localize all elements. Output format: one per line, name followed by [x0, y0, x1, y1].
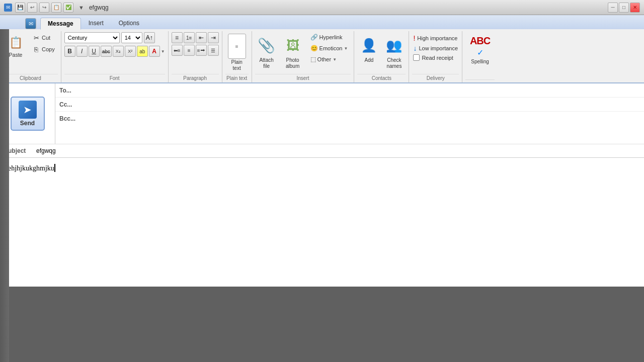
font-color-button[interactable]: A	[149, 46, 160, 57]
clipboard-group-label: Clipboard	[3, 74, 58, 82]
low-importance-icon: ↓	[413, 44, 417, 52]
tab-insert[interactable]: Insert	[81, 17, 111, 29]
qa-undo-btn[interactable]: ↩	[27, 3, 37, 13]
send-button[interactable]: ➤ Send	[11, 97, 45, 131]
copy-icon: ⎘	[32, 45, 40, 53]
superscript-button[interactable]: X²	[125, 46, 136, 57]
qa-btn4[interactable]: 📋	[51, 3, 61, 13]
bcc-label[interactable]: Bcc...	[59, 115, 90, 122]
paste-icon: 📋	[8, 35, 24, 51]
left-sidebar-strip	[0, 29, 9, 362]
contacts-group-label: Contacts	[357, 74, 406, 82]
attach-file-icon: 📎	[258, 34, 276, 57]
italic-button[interactable]: I	[76, 46, 88, 57]
strikethrough-button[interactable]: abc	[101, 46, 112, 57]
hyperlink-button[interactable]: 🔗 Hyperlink	[307, 32, 351, 42]
grow-font-button[interactable]: A↑	[144, 32, 155, 43]
subscript-button[interactable]: X₂	[113, 46, 124, 57]
font-size-select[interactable]: 14	[121, 32, 142, 43]
bullet-list-button[interactable]: ≡	[172, 32, 183, 43]
decrease-indent-button[interactable]: ⇤	[196, 32, 207, 43]
increase-indent-button[interactable]: ⇥	[208, 32, 219, 43]
other-button[interactable]: ⬚ Other ▼	[307, 54, 351, 64]
font-group: Century 14 A↑ B I U abc X₂ X² ab A ▼	[61, 31, 169, 82]
quick-access-toolbar: 💾 ↩ ↪ 📋 ✅ ▼	[15, 3, 84, 13]
attach-file-button[interactable]: 📎 Attachfile	[255, 32, 278, 71]
text-cursor	[54, 164, 55, 172]
align-center-button[interactable]: ≡	[184, 45, 195, 56]
spelling-button[interactable]: ABC ✓ Spelling	[465, 32, 495, 67]
spelling-icon: ABC ✓	[470, 35, 490, 58]
close-btn[interactable]: ✕	[630, 3, 640, 13]
clipboard-group: 📋 Paste ✂ Cut ⎘ Copy Clipboard	[0, 31, 61, 82]
bcc-row: Bcc...	[55, 112, 644, 126]
ribbon-tabs: ✉ Message Insert Options	[0, 15, 644, 29]
add-contact-icon: 👤	[360, 34, 378, 57]
to-input[interactable]	[90, 86, 640, 95]
attach-file-label: Attachfile	[259, 57, 273, 69]
emoticon-icon: 😊	[310, 45, 318, 52]
bcc-input[interactable]	[90, 114, 640, 123]
insert-group: 📎 Attachfile 🖼 Photoalbum 🔗 Hyperlink	[252, 31, 355, 82]
high-importance-row: ! High importance	[413, 34, 457, 42]
copy-button[interactable]: ⎘ Copy	[29, 44, 58, 55]
maximize-btn[interactable]: □	[619, 3, 629, 13]
cc-input[interactable]	[90, 100, 640, 109]
photo-album-button[interactable]: 🖼 Photoalbum	[281, 32, 304, 71]
to-label[interactable]: To...	[59, 87, 90, 94]
high-importance-label: High importance	[417, 35, 457, 41]
hyperlink-label: Hyperlink	[319, 34, 343, 40]
check-names-button[interactable]: 👥 Checknames	[382, 32, 406, 71]
subject-input[interactable]	[34, 146, 640, 155]
low-importance-label: Low importance	[419, 45, 458, 51]
app-icon: ✉	[4, 4, 12, 12]
plain-text-icon: ≡	[228, 34, 246, 59]
delivery-group-label: Delivery	[412, 74, 459, 82]
cc-label[interactable]: Cc...	[59, 101, 90, 108]
other-label: Other	[317, 56, 332, 62]
emoticon-button[interactable]: 😊 Emoticon ▼	[307, 43, 351, 53]
low-importance-row: ↓ Low importance	[413, 44, 458, 52]
other-icon: ⬚	[310, 56, 316, 63]
align-right-button[interactable]: ≡⮕	[196, 45, 207, 56]
email-body-area[interactable]: ehjhjkukghmjku	[0, 158, 644, 287]
align-left-button[interactable]: ⬅≡	[172, 45, 183, 56]
read-receipt-row: Read receipt	[413, 54, 453, 61]
tab-options[interactable]: Options	[111, 17, 147, 29]
read-receipt-label: Read receipt	[422, 55, 453, 61]
contacts-group: 👤 Add 👥 Checknames Contacts	[354, 31, 409, 82]
numbered-list-button[interactable]: 1≡	[184, 32, 195, 43]
qa-save-btn[interactable]: 💾	[15, 3, 25, 13]
emoticon-label: Emoticon	[319, 45, 343, 51]
spelling-label: Spelling	[471, 59, 489, 65]
plain-text-button[interactable]: ≡ Plaintext	[225, 32, 249, 73]
cut-button[interactable]: ✂ Cut	[29, 32, 58, 43]
paragraph-group-label: Paragraph	[172, 74, 219, 82]
font-family-select[interactable]: Century	[64, 32, 120, 43]
justify-button[interactable]: ☰	[208, 45, 219, 56]
read-receipt-checkbox[interactable]	[413, 54, 420, 61]
font-group-label: Font	[64, 74, 165, 82]
paste-label: Paste	[9, 52, 23, 58]
ribbon: 📋 Paste ✂ Cut ⎘ Copy Clipboard	[0, 29, 644, 83]
compose-area: ➤ Send To... Cc... Bcc...	[0, 83, 644, 158]
qa-redo-btn[interactable]: ↪	[39, 3, 49, 13]
add-contact-button[interactable]: 👤 Add	[357, 32, 380, 65]
paragraph-group: ≡ 1≡ ⇤ ⇥ ⬅≡ ≡ ≡⮕ ☰ Paragraph	[169, 31, 222, 82]
to-row: To...	[55, 83, 644, 98]
cc-row: Cc...	[55, 98, 644, 112]
qa-dropdown[interactable]: ▼	[78, 5, 84, 11]
check-names-label: Checknames	[386, 57, 401, 69]
minimize-btn[interactable]: ─	[608, 3, 618, 13]
body-text: ehjhjkukghmjku	[8, 164, 54, 172]
bold-button[interactable]: B	[64, 46, 75, 57]
tab-message[interactable]: Message	[40, 18, 81, 30]
color-arrow[interactable]: ▼	[161, 49, 165, 54]
underline-button[interactable]: U	[89, 46, 100, 57]
qa-btn5[interactable]: ✅	[63, 3, 73, 13]
spelling-group: ABC ✓ Spelling	[462, 31, 498, 82]
bottom-bar	[0, 287, 644, 362]
highlight-button[interactable]: ab	[137, 46, 148, 57]
header-area: ➤ Send To... Cc... Bcc...	[0, 83, 644, 144]
window-controls: ─ □ ✕	[608, 3, 640, 13]
